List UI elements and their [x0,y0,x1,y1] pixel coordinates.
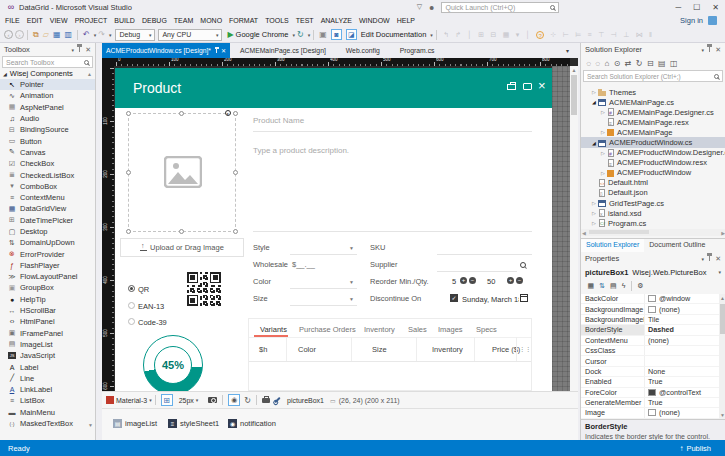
collapse-icon[interactable]: ⊟ [647,59,654,68]
tab-close-icon[interactable]: ✕ [221,47,226,54]
size-dropdown-icon[interactable]: ▼ [349,296,354,302]
reorder-qty-value[interactable]: 50 [487,277,495,286]
minimize-button[interactable]: ─ [675,3,681,12]
menu-project[interactable]: PROJECT [75,17,108,24]
menu-build[interactable]: BUILD [114,17,135,24]
calendar-icon[interactable] [520,294,528,302]
property-row-backgroundimage[interactable]: BackgroundImage(none) [581,304,719,314]
toolbox-item-groupbox[interactable]: ▣GroupBox [0,282,95,293]
toolbox-item-imagelist[interactable]: ▤ImageList [0,339,95,350]
pending-icon[interactable]: ⊙ [614,59,621,68]
events-icon[interactable]: ϟ [622,282,626,289]
properties-icon[interactable]: ▤ [658,59,666,68]
toolbox-item-checkedlistbox[interactable]: ≣CheckedListBox [0,169,95,180]
alphabetical-icon[interactable]: ⇅ [599,282,605,290]
switch-icon[interactable]: ⇄ [625,59,632,68]
style-dropdown-icon[interactable]: ▼ [349,245,354,251]
picture-box[interactable] [128,113,236,232]
radio-qr[interactable] [128,285,135,292]
bottom-tab-document-outline[interactable]: Document Outline [644,239,710,252]
selection-handle[interactable] [126,170,131,175]
product-name-input[interactable]: Product Name [253,116,304,125]
toolbox-item-htmlpanel[interactable]: ‹›HtmlPanel [0,316,95,327]
forward-icon[interactable]: ◌ [595,59,600,68]
discontinue-date-value[interactable]: Sunday, March 18, 20 [462,295,519,304]
toolbox-item-contextmenu[interactable]: ≡ContextMenu [0,192,95,203]
print-icon[interactable] [507,84,516,90]
toolbox-header[interactable]: Toolbox ▾ ✕ [0,43,95,56]
browser-label[interactable]: Google Chrome [236,30,289,39]
debug-config-dropdown[interactable]: Debug▾ [115,29,155,41]
toolbox-item-flashplayer[interactable]: ƒFlashPlayer [0,260,95,271]
radio-ean-13[interactable] [128,302,135,309]
expander-icon[interactable]: ▷ [599,129,607,135]
menu-help[interactable]: HELP [397,17,415,24]
tab-acmemainpage-cs-design-[interactable]: ACMEMainPage.cs [Design] [230,43,336,58]
maximize-button[interactable]: ☐ [693,3,700,12]
filter-icon[interactable]: ▽ [417,3,422,11]
toolbox-item-helptip[interactable]: ●HelpTip [0,294,95,305]
toolbox-item-maskedtextbox[interactable]: (·)MaskedTextBox [0,418,95,429]
form-tab-inventory[interactable]: Inventory [364,325,395,334]
toolbox-item-domainupdown[interactable]: ⇅DomainUpDown [0,237,95,248]
expander-icon[interactable]: ▷ [590,200,598,206]
toolbox-item-datetimepicker[interactable]: ⊞DateTimePicker [0,215,95,226]
tree-item-acmemainpage[interactable]: ▷ACMEMainPage [581,127,725,137]
panel-close-icon[interactable]: ✕ [715,255,721,263]
toolbox-search[interactable]: Search Toolbox [2,56,93,68]
toolbox-close-icon[interactable]: ✕ [85,46,91,54]
form-tab-specs[interactable]: Specs [476,325,497,334]
chat-icon[interactable] [523,83,532,90]
toolbox-item-linklabel[interactable]: ALinkLabel [0,384,95,395]
quick-launch[interactable]: Quick Launch (Ctrl+Q) [441,2,559,13]
scroll-up-icon[interactable]: ▲ [87,71,92,77]
menu-tools[interactable]: TOOLS [265,17,289,24]
tray-item-stylesheet1[interactable]: ≡styleSheet1 [168,419,219,428]
save-icon[interactable]: ▦ [53,30,61,39]
tab-pin-icon[interactable] [216,49,217,53]
tab-program-cs[interactable]: Program.cs [390,43,445,58]
discontinue-checkbox[interactable]: ✓ [450,294,458,302]
toolbox-item-javascript[interactable]: JSJavaScript [0,350,95,361]
property-row-image[interactable]: Image(none) [581,408,719,418]
toolbox-item-audio[interactable]: ♫Audio [0,113,95,124]
save-all-icon[interactable]: ▥ [64,30,72,39]
property-row-backgroundimagelayout[interactable]: BackgroundImageLayoutTile [581,315,719,325]
toolbox-item-datagridview[interactable]: ▦DataGridView [0,203,95,214]
snapshot-icon[interactable] [208,397,217,403]
menu-analyze[interactable]: ANALYZE [321,17,352,24]
nav-back-icon[interactable]: ‹ [4,30,13,39]
grid-toggle-icon[interactable]: ⊞ [161,394,173,406]
property-row-forecolor[interactable]: ForeColor@controlText [581,388,719,398]
tab-web-config[interactable]: Web.config [336,43,390,58]
property-row-cursor[interactable]: Cursor [581,356,719,366]
tree-item-acmeproductwindow-resx[interactable]: ACMEProductWindow.resx [581,158,725,168]
toolbox-item-flowlayoutpanel[interactable]: ≫FlowLayoutPanel [0,271,95,282]
sync-icon[interactable]: ↻ [636,59,643,68]
toolbox-item-errorprovider[interactable]: ⊗ErrorProvider [0,248,95,259]
toolbox-item-button[interactable]: ▭Button [0,135,95,146]
selection-handle[interactable] [179,111,184,116]
tree-item-island-xsd[interactable]: ▷island.xsd [581,208,725,218]
toolbox-item-line[interactable]: ╱Line [0,373,95,384]
form-tab-sales[interactable]: Sales [408,325,427,334]
menu-format[interactable]: FORMAT [229,17,258,24]
menu-team[interactable]: TEAM [174,17,193,24]
form-close-icon[interactable]: × [538,78,546,93]
toolbox-item-animation[interactable]: ∿Animation [0,90,95,101]
new-project-icon[interactable]: ⧉ [33,30,39,40]
menu-debug[interactable]: DEBUG [142,17,167,24]
toolbox-item-combobox[interactable]: ▾ComboBox [0,181,95,192]
panel-pin-icon[interactable] [709,47,710,52]
property-pages-icon[interactable]: ⚙ [637,282,643,290]
toolbox-pin-icon[interactable] [79,47,80,52]
preview-icon[interactable]: ◉ [228,394,240,406]
menu-file[interactable]: FILE [5,17,20,24]
menu-window[interactable]: WINDOW [359,17,390,24]
selection-handle[interactable] [126,229,131,234]
toolbox-item-mainmenu[interactable]: ▬MainMenu [0,407,95,418]
upload-button[interactable]: Upload or Drag Image [120,238,244,257]
selection-handle[interactable] [179,229,184,234]
column-chooser-icon[interactable]: ⋮⋮ [519,345,531,352]
toolbox-item-hscrollbar[interactable]: ↔HScrollBar [0,305,95,316]
